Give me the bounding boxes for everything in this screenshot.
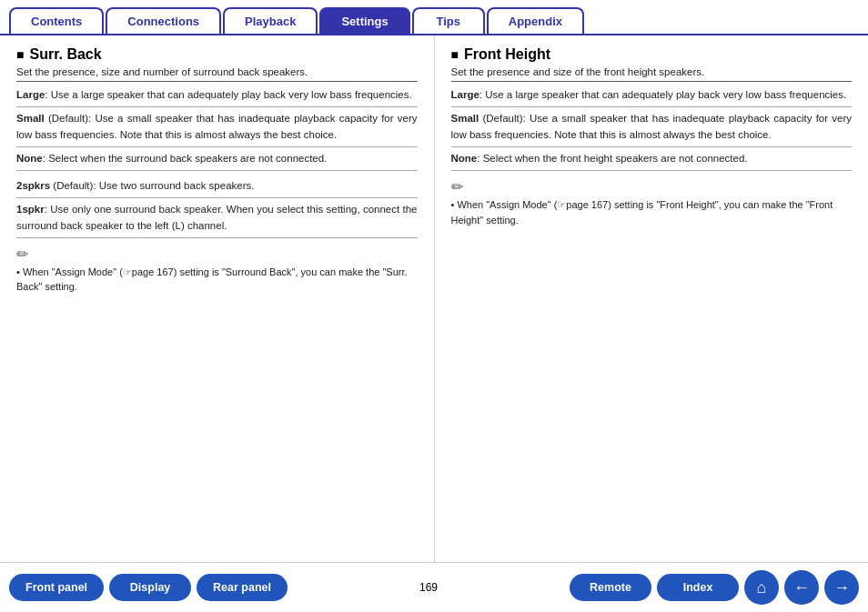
right-option-small: Small (Default): Use a small speaker tha… xyxy=(451,111,853,147)
tab-appendix[interactable]: Appendix xyxy=(487,7,584,34)
home-button[interactable]: ⌂ xyxy=(744,570,779,605)
front-panel-button[interactable]: Front panel xyxy=(9,574,104,601)
left-note-section: ✏ • When "Assign Mode" (☞page 167) setti… xyxy=(16,246,418,295)
left-section-desc: Set the presence, size and number of sur… xyxy=(16,66,418,82)
right-note-section: ✏ • When "Assign Mode" (☞page 167) setti… xyxy=(451,178,853,227)
tab-settings[interactable]: Settings xyxy=(319,7,409,34)
left-note-icon: ✏ xyxy=(16,246,418,263)
page-number: 169 xyxy=(406,581,451,594)
tab-tips[interactable]: Tips xyxy=(412,7,485,34)
tab-bar: ContentsConnectionsPlaybackSettingsTipsA… xyxy=(0,0,868,35)
index-button[interactable]: Index xyxy=(657,574,739,601)
left-note-text: • When "Assign Mode" (☞page 167) setting… xyxy=(16,265,418,295)
right-section-title: Front Height xyxy=(451,46,853,63)
right-note-icon: ✏ xyxy=(451,178,853,196)
left-section-title: Surr. Back xyxy=(16,46,418,63)
right-panel: Front Height Set the presence and size o… xyxy=(434,35,869,562)
left-option2-1spkr: 1spkr: Use only one surround back speake… xyxy=(16,202,418,238)
right-options: Large: Use a large speaker that can adeq… xyxy=(451,87,853,171)
rear-panel-button[interactable]: Rear panel xyxy=(197,574,288,601)
left-option-none: None: Select when the surround back spea… xyxy=(16,151,418,171)
remote-button[interactable]: Remote xyxy=(570,574,651,601)
right-option-large: Large: Use a large speaker that can adeq… xyxy=(451,87,853,107)
forward-button[interactable]: → xyxy=(824,570,859,605)
left-option-small: Small (Default): Use a small speaker tha… xyxy=(16,111,418,147)
main-content: Surr. Back Set the presence, size and nu… xyxy=(0,35,868,562)
display-button[interactable]: Display xyxy=(109,574,191,601)
right-option-none: None: Select when the front height speak… xyxy=(451,151,853,171)
left-option-large: Large: Use a large speaker that can adeq… xyxy=(16,87,418,107)
left-options: Large: Use a large speaker that can adeq… xyxy=(16,87,418,171)
back-button[interactable]: ← xyxy=(784,570,819,605)
bottom-nav: Front panel Display Rear panel 169 Remot… xyxy=(0,562,868,612)
right-section-desc: Set the presence and size of the front h… xyxy=(451,66,853,82)
right-note-text: • When "Assign Mode" (☞page 167) setting… xyxy=(451,197,853,227)
tab-connections[interactable]: Connections xyxy=(106,7,221,34)
left-options2: 2spkrs (Default): Use two surround back … xyxy=(16,178,418,238)
tab-contents[interactable]: Contents xyxy=(9,7,104,34)
tab-playback[interactable]: Playback xyxy=(223,7,318,34)
left-panel: Surr. Back Set the presence, size and nu… xyxy=(0,35,434,562)
left-option2-2spkrs: 2spkrs (Default): Use two surround back … xyxy=(16,178,418,198)
